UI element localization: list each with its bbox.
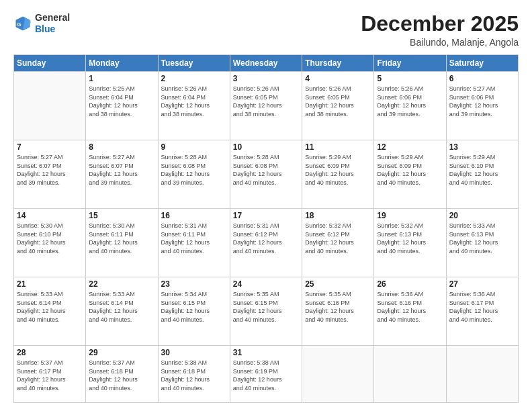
day-number: 24 [233, 279, 299, 289]
weekday-header-row: Sunday Monday Tuesday Wednesday Thursday… [14, 55, 519, 72]
header-monday: Monday [86, 55, 158, 72]
day-info: Sunrise: 5:34 AM Sunset: 6:15 PM Dayligh… [161, 290, 227, 324]
day-info: Sunrise: 5:37 AM Sunset: 6:17 PM Dayligh… [17, 359, 83, 392]
table-row: 6Sunrise: 5:27 AM Sunset: 6:06 PM Daylig… [446, 72, 518, 140]
day-number: 22 [89, 279, 154, 289]
header-sunday: Sunday [14, 55, 86, 72]
day-info: Sunrise: 5:28 AM Sunset: 6:08 PM Dayligh… [233, 153, 299, 187]
day-number: 8 [89, 142, 154, 152]
table-row: 12Sunrise: 5:29 AM Sunset: 6:09 PM Dayli… [374, 140, 446, 209]
day-info: Sunrise: 5:38 AM Sunset: 6:18 PM Dayligh… [161, 359, 227, 392]
day-info: Sunrise: 5:30 AM Sunset: 6:11 PM Dayligh… [89, 222, 154, 255]
header-saturday: Saturday [446, 55, 518, 72]
day-number: 15 [89, 211, 154, 220]
day-number: 5 [377, 74, 443, 83]
day-number: 12 [377, 142, 443, 152]
table-row [302, 345, 374, 402]
table-row: 8Sunrise: 5:27 AM Sunset: 6:07 PM Daylig… [86, 140, 158, 209]
table-row: 1Sunrise: 5:25 AM Sunset: 6:04 PM Daylig… [86, 72, 158, 140]
page-header: G General Blue December 2025 Bailundo, M… [13, 12, 519, 48]
day-number: 29 [89, 348, 154, 357]
day-info: Sunrise: 5:30 AM Sunset: 6:10 PM Dayligh… [17, 222, 83, 255]
table-row: 28Sunrise: 5:37 AM Sunset: 6:17 PM Dayli… [14, 345, 86, 402]
day-info: Sunrise: 5:37 AM Sunset: 6:18 PM Dayligh… [89, 359, 154, 392]
day-number: 31 [233, 348, 299, 357]
table-row: 21Sunrise: 5:33 AM Sunset: 6:14 PM Dayli… [14, 277, 86, 346]
day-info: Sunrise: 5:32 AM Sunset: 6:13 PM Dayligh… [377, 222, 443, 255]
table-row [374, 345, 446, 402]
table-row: 13Sunrise: 5:29 AM Sunset: 6:10 PM Dayli… [446, 140, 518, 209]
day-number: 6 [449, 74, 515, 83]
day-number: 1 [89, 74, 154, 83]
day-info: Sunrise: 5:26 AM Sunset: 6:05 PM Dayligh… [233, 85, 299, 118]
day-number: 30 [161, 348, 227, 357]
logo-icon: G [13, 14, 32, 33]
day-info: Sunrise: 5:36 AM Sunset: 6:17 PM Dayligh… [449, 290, 515, 324]
day-number: 21 [17, 279, 83, 289]
table-row: 24Sunrise: 5:35 AM Sunset: 6:15 PM Dayli… [230, 277, 302, 346]
table-row: 19Sunrise: 5:32 AM Sunset: 6:13 PM Dayli… [374, 209, 446, 277]
table-row: 10Sunrise: 5:28 AM Sunset: 6:08 PM Dayli… [230, 140, 302, 209]
header-thursday: Thursday [302, 55, 374, 72]
header-wednesday: Wednesday [230, 55, 302, 72]
day-number: 18 [305, 211, 371, 220]
table-row: 3Sunrise: 5:26 AM Sunset: 6:05 PM Daylig… [230, 72, 302, 140]
table-row: 11Sunrise: 5:29 AM Sunset: 6:09 PM Dayli… [302, 140, 374, 209]
table-row: 9Sunrise: 5:28 AM Sunset: 6:08 PM Daylig… [158, 140, 230, 209]
day-info: Sunrise: 5:28 AM Sunset: 6:08 PM Dayligh… [161, 153, 227, 187]
table-row: 20Sunrise: 5:33 AM Sunset: 6:13 PM Dayli… [446, 209, 518, 277]
table-row: 30Sunrise: 5:38 AM Sunset: 6:18 PM Dayli… [158, 345, 230, 402]
day-number: 19 [377, 211, 443, 220]
table-row: 31Sunrise: 5:38 AM Sunset: 6:19 PM Dayli… [230, 345, 302, 402]
table-row: 7Sunrise: 5:27 AM Sunset: 6:07 PM Daylig… [14, 140, 86, 209]
table-row: 15Sunrise: 5:30 AM Sunset: 6:11 PM Dayli… [86, 209, 158, 277]
day-info: Sunrise: 5:32 AM Sunset: 6:12 PM Dayligh… [305, 222, 371, 255]
day-info: Sunrise: 5:35 AM Sunset: 6:16 PM Dayligh… [305, 290, 371, 324]
table-row: 2Sunrise: 5:26 AM Sunset: 6:04 PM Daylig… [158, 72, 230, 140]
header-tuesday: Tuesday [158, 55, 230, 72]
month-year: December 2025 [361, 12, 519, 36]
table-row: 4Sunrise: 5:26 AM Sunset: 6:05 PM Daylig… [302, 72, 374, 140]
day-number: 25 [305, 279, 371, 289]
day-info: Sunrise: 5:29 AM Sunset: 6:10 PM Dayligh… [449, 153, 515, 187]
day-number: 26 [377, 279, 443, 289]
day-number: 28 [17, 348, 83, 357]
day-info: Sunrise: 5:25 AM Sunset: 6:04 PM Dayligh… [89, 85, 154, 118]
day-number: 4 [305, 74, 371, 83]
table-row: 23Sunrise: 5:34 AM Sunset: 6:15 PM Dayli… [158, 277, 230, 346]
day-info: Sunrise: 5:26 AM Sunset: 6:05 PM Dayligh… [305, 85, 371, 118]
day-number: 27 [449, 279, 515, 289]
logo-general: General [35, 12, 70, 23]
location: Bailundo, Malanje, Angola [361, 37, 519, 48]
table-row: 27Sunrise: 5:36 AM Sunset: 6:17 PM Dayli… [446, 277, 518, 346]
day-number: 13 [449, 142, 515, 152]
day-number: 3 [233, 74, 299, 83]
table-row: 18Sunrise: 5:32 AM Sunset: 6:12 PM Dayli… [302, 209, 374, 277]
day-info: Sunrise: 5:27 AM Sunset: 6:06 PM Dayligh… [449, 85, 515, 118]
day-number: 16 [161, 211, 227, 220]
day-info: Sunrise: 5:36 AM Sunset: 6:16 PM Dayligh… [377, 290, 443, 324]
table-row: 17Sunrise: 5:31 AM Sunset: 6:12 PM Dayli… [230, 209, 302, 277]
day-info: Sunrise: 5:33 AM Sunset: 6:13 PM Dayligh… [449, 222, 515, 255]
day-info: Sunrise: 5:38 AM Sunset: 6:19 PM Dayligh… [233, 359, 299, 392]
day-number: 9 [161, 142, 227, 152]
table-row [14, 72, 86, 140]
day-info: Sunrise: 5:27 AM Sunset: 6:07 PM Dayligh… [89, 153, 154, 187]
calendar-page: G General Blue December 2025 Bailundo, M… [0, 0, 532, 411]
day-number: 20 [449, 211, 515, 220]
title-block: December 2025 Bailundo, Malanje, Angola [361, 12, 519, 48]
day-info: Sunrise: 5:26 AM Sunset: 6:06 PM Dayligh… [377, 85, 443, 118]
day-info: Sunrise: 5:33 AM Sunset: 6:14 PM Dayligh… [89, 290, 154, 324]
day-number: 11 [305, 142, 371, 152]
table-row [446, 345, 518, 402]
day-info: Sunrise: 5:33 AM Sunset: 6:14 PM Dayligh… [17, 290, 83, 324]
day-info: Sunrise: 5:29 AM Sunset: 6:09 PM Dayligh… [305, 153, 371, 187]
day-info: Sunrise: 5:35 AM Sunset: 6:15 PM Dayligh… [233, 290, 299, 324]
table-row: 5Sunrise: 5:26 AM Sunset: 6:06 PM Daylig… [374, 72, 446, 140]
header-friday: Friday [374, 55, 446, 72]
day-info: Sunrise: 5:29 AM Sunset: 6:09 PM Dayligh… [377, 153, 443, 187]
day-number: 2 [161, 74, 227, 83]
logo: G General Blue [13, 12, 70, 35]
calendar-table: Sunday Monday Tuesday Wednesday Thursday… [13, 54, 519, 403]
svg-text:G: G [17, 21, 21, 27]
